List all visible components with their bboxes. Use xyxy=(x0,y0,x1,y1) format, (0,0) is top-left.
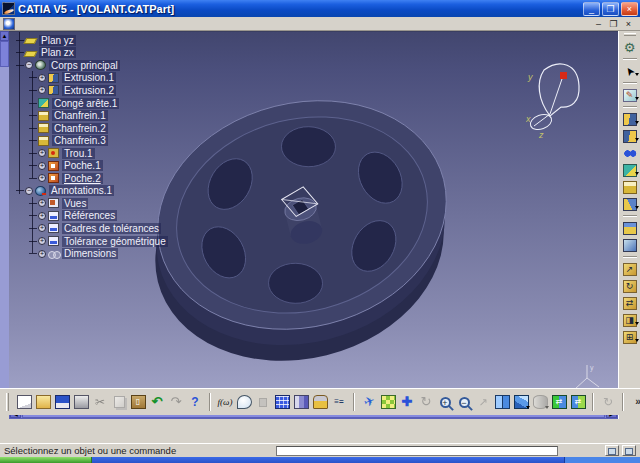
pad-button[interactable] xyxy=(621,111,639,127)
tree-item-plan-yz[interactable]: Plan yz xyxy=(12,34,212,47)
child-close-button[interactable]: × xyxy=(623,18,634,30)
zoom-in-button[interactable]: + xyxy=(436,393,454,412)
pattern-button[interactable]: ⊞ xyxy=(621,329,639,345)
calculator-button[interactable] xyxy=(273,393,291,412)
vertical-scrollbar[interactable]: ▲ ▼ xyxy=(0,31,9,408)
visible-space-button[interactable]: ⇄ xyxy=(569,393,587,412)
tree-expander[interactable]: + xyxy=(38,174,46,182)
print-button[interactable] xyxy=(72,393,90,412)
normal-view-button[interactable]: ↗ xyxy=(474,393,492,412)
tree-expander[interactable]: + xyxy=(38,149,46,157)
toolbar-chevron[interactable]: » xyxy=(629,393,640,412)
hole-button[interactable] xyxy=(621,145,639,161)
hide-show-button[interactable]: ⇄ xyxy=(550,393,568,412)
translation-button[interactable]: ↗ xyxy=(621,261,639,277)
status-expand-button[interactable] xyxy=(605,445,619,456)
rotation-button[interactable]: ↻ xyxy=(621,278,639,294)
tree-item-label[interactable]: Poche.2 xyxy=(62,173,103,184)
child-restore-button[interactable]: ❐ xyxy=(608,18,619,30)
rules-button[interactable]: ≡= xyxy=(330,393,348,412)
tree-item-label[interactable]: Corps principal xyxy=(49,60,120,71)
minimize-button[interactable]: _ xyxy=(583,2,600,16)
tree-item-label[interactable]: Annotations.1 xyxy=(49,185,114,196)
tree-item-label[interactable]: Poche.1 xyxy=(62,160,103,171)
tree-item-label[interactable]: Plan zx xyxy=(39,47,76,58)
tree-item-chanfrein-3[interactable]: Chanfrein.3 xyxy=(12,134,212,147)
zoom-out-button[interactable]: − xyxy=(455,393,473,412)
power-input-field[interactable] xyxy=(276,446,558,456)
tree-item-chanfrein-2[interactable]: Chanfrein.2 xyxy=(12,122,212,135)
render-style-button[interactable] xyxy=(531,393,549,412)
tree-item-label[interactable]: Chanfrein.1 xyxy=(52,110,108,121)
rotate-view-button[interactable]: ↻ xyxy=(417,393,435,412)
cut-button[interactable]: ✂ xyxy=(91,393,109,412)
tree-item-annotations-1[interactable]: − Annotations.1 xyxy=(12,185,212,198)
new-document-button[interactable] xyxy=(15,393,33,412)
sketcher-button[interactable]: ✎ xyxy=(621,87,639,103)
tree-item-label[interactable]: Cadres de tolérances xyxy=(62,223,161,234)
tree-item-label[interactable]: Trou.1 xyxy=(62,148,95,159)
start-button-edge[interactable] xyxy=(0,457,92,463)
fillet-button[interactable] xyxy=(621,162,639,178)
tree-item-references[interactable]: + Références xyxy=(12,210,212,223)
comment-button[interactable] xyxy=(235,393,253,412)
tree-item-label[interactable]: Tolérance géométrique xyxy=(62,236,168,247)
tree-item-extrusion-1[interactable]: + Extrusion.1 xyxy=(12,72,212,85)
tree-item-trou-1[interactable]: + Trou.1 xyxy=(12,147,212,160)
tree-expander[interactable]: + xyxy=(38,199,46,207)
3d-viewport[interactable]: y x z y x z xyxy=(9,31,618,408)
tree-item-label[interactable]: Extrusion.1 xyxy=(62,72,116,83)
thickness-button[interactable] xyxy=(621,237,639,253)
lock-button[interactable] xyxy=(311,393,329,412)
tree-expander[interactable]: + xyxy=(38,162,46,170)
symmetry-button[interactable]: ⇄ xyxy=(621,295,639,311)
whats-this-help-button[interactable]: ? xyxy=(186,393,204,412)
tree-item-label[interactable]: Extrusion.2 xyxy=(62,85,116,96)
tree-item-cadres-de-tolerances[interactable]: + Cadres de tolérances xyxy=(12,222,212,235)
tree-item-conge-arete-1[interactable]: Congé arête.1 xyxy=(12,97,212,110)
check-analysis-button[interactable] xyxy=(254,393,272,412)
tree-item-tolerance-geometrique[interactable]: + Tolérance géométrique xyxy=(12,235,212,248)
pan-button[interactable]: ✚ xyxy=(398,393,416,412)
chamfer-button[interactable] xyxy=(621,179,639,195)
pocket-button[interactable] xyxy=(621,128,639,144)
catalog-link-button[interactable]: ↻ xyxy=(599,393,617,412)
tree-expander[interactable]: + xyxy=(38,86,46,94)
scroll-up-button[interactable]: ▲ xyxy=(0,31,9,41)
design-table-button[interactable] xyxy=(292,393,310,412)
shell-button[interactable] xyxy=(621,220,639,236)
tree-expander[interactable]: + xyxy=(38,212,46,220)
tree-item-extrusion-2[interactable]: + Extrusion.2 xyxy=(12,84,212,97)
paste-button[interactable]: ▯ xyxy=(129,393,147,412)
undo-button[interactable]: ↶ xyxy=(148,393,166,412)
tree-expander[interactable]: + xyxy=(38,250,46,258)
close-button[interactable]: × xyxy=(621,2,638,16)
formula-knowledge-button[interactable]: f(ω) xyxy=(216,393,234,412)
fly-mode-button[interactable]: ✈ xyxy=(360,393,378,412)
tree-item-plan-zx[interactable]: Plan zx xyxy=(12,47,212,60)
tree-expander[interactable]: − xyxy=(25,187,33,195)
toolbar-grip[interactable] xyxy=(624,33,636,36)
tree-item-chanfrein-1[interactable]: Chanfrein.1 xyxy=(12,109,212,122)
tree-item-dimensions[interactable]: + Dimensions xyxy=(12,247,212,260)
vertical-scroll-thumb[interactable] xyxy=(0,41,9,67)
restore-button[interactable]: ❐ xyxy=(602,2,619,16)
open-button[interactable] xyxy=(34,393,52,412)
draft-angle-button[interactable] xyxy=(621,196,639,212)
tree-item-poche-2[interactable]: + Poche.2 xyxy=(12,172,212,185)
tree-expander[interactable]: + xyxy=(38,74,46,82)
tree-expander[interactable]: + xyxy=(38,237,46,245)
tree-item-corps-principal[interactable]: − Corps principal xyxy=(12,59,212,72)
tree-item-label[interactable]: Références xyxy=(62,210,117,221)
tree-item-label[interactable]: Plan yz xyxy=(39,35,76,46)
status-knowledge-button[interactable] xyxy=(622,445,636,456)
child-minimize-button[interactable]: – xyxy=(593,18,604,30)
tree-item-label[interactable]: Dimensions xyxy=(62,248,118,259)
tree-item-label[interactable]: Congé arête.1 xyxy=(52,98,119,109)
redo-button[interactable]: ↷ xyxy=(167,393,185,412)
part-design-workbench-icon[interactable]: ⚙ xyxy=(621,39,639,55)
save-button[interactable] xyxy=(53,393,71,412)
tree-item-label[interactable]: Chanfrein.3 xyxy=(52,135,108,146)
multi-view-button[interactable] xyxy=(493,393,511,412)
toolbar-grip[interactable] xyxy=(6,393,9,411)
